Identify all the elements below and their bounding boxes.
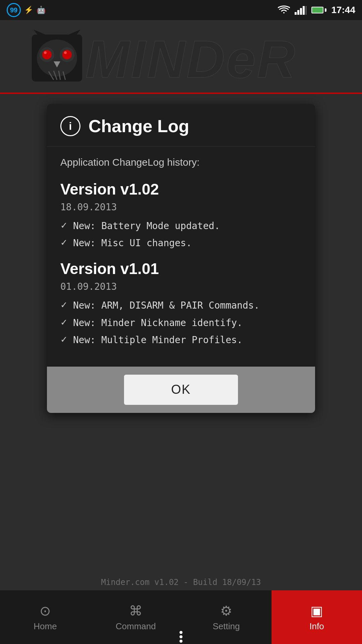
home-icon: ⊙ <box>40 603 51 619</box>
nav-label-info: Info <box>309 621 324 632</box>
status-bar: 99 ⚡ 🤖 17:44 <box>0 0 362 20</box>
changelog-dialog: i Change Log Application ChangeLog histo… <box>47 104 315 413</box>
checkmark-icon: ✓ <box>60 237 68 248</box>
changelog-entry-2-2: ✓ New: Multiple Minder Profiles. <box>60 333 302 346</box>
nav-dot-2 <box>180 635 183 638</box>
entry-text-2-2: New: Multiple Minder Profiles. <box>73 333 243 346</box>
notification-badge: 99 <box>7 3 21 17</box>
nav-label-command: Command <box>116 621 156 632</box>
status-time: 17:44 <box>331 5 355 15</box>
signal-icon <box>295 5 307 15</box>
changelog-entry-2-0: ✓ New: ARM, DISARM & PAIR Commands. <box>60 299 302 312</box>
nav-item-home[interactable]: ⊙ Home <box>0 590 90 644</box>
main-content: i Change Log Application ChangeLog histo… <box>0 94 362 590</box>
svg-rect-4 <box>305 6 307 15</box>
android-icon: 🤖 <box>37 6 46 14</box>
version-section-1: Version v1.02 18.09.2013 ✓ New: Battery … <box>60 180 302 250</box>
nav-item-info[interactable]: ▣ Info <box>272 590 362 644</box>
changelog-entry-2-1: ✓ New: Minder Nickname identify. <box>60 316 302 329</box>
changelog-intro: Application ChangeLog history: <box>60 157 302 168</box>
checkmark-icon: ✓ <box>60 317 68 328</box>
checkmark-icon: ✓ <box>60 300 68 310</box>
version-title-1: Version v1.02 <box>60 180 302 198</box>
entry-text-2-1: New: Minder Nickname identify. <box>73 316 243 329</box>
version-date-1: 18.09.2013 <box>60 202 302 213</box>
ok-button[interactable]: OK <box>124 375 238 405</box>
entry-text-2-0: New: ARM, DISARM & PAIR Commands. <box>73 299 259 312</box>
checkmark-icon: ✓ <box>60 334 68 345</box>
entry-text-1-0: New: Battery Mode updated. <box>73 219 220 232</box>
checkmark-icon: ✓ <box>60 220 68 231</box>
dialog-footer: OK <box>47 367 315 413</box>
version-title-2: Version v1.01 <box>60 260 302 278</box>
minder-logo-svg: MINDeR MINDeR <box>85 28 334 85</box>
app-logo-text: MINDeR MINDeR <box>85 28 334 85</box>
svg-text:MINDeR: MINDeR <box>85 30 297 85</box>
nav-item-command[interactable]: ⌘ Command <box>90 590 181 644</box>
usb-icon: ⚡ <box>24 6 33 14</box>
version-section-2: Version v1.01 01.09.2013 ✓ New: ARM, DIS… <box>60 260 302 346</box>
info-nav-icon: ▣ <box>310 603 323 619</box>
app-header: MINDeR MINDeR <box>0 20 362 94</box>
battery-icon <box>311 7 326 13</box>
dialog-build-text: Minder.com v1.02 - Build 18/09/13 <box>101 578 261 587</box>
setting-icon: ⚙ <box>220 603 232 619</box>
svg-point-11 <box>42 50 52 59</box>
dialog-overlay: i Change Log Application ChangeLog histo… <box>0 94 362 590</box>
wifi-icon <box>278 5 290 15</box>
dialog-body: Application ChangeLog history: Version v… <box>47 147 315 367</box>
nav-dot-1 <box>180 631 183 634</box>
dialog-title: Change Log <box>88 116 189 136</box>
nav-label-home: Home <box>34 621 57 632</box>
nav-label-setting: Setting <box>213 621 240 632</box>
svg-point-13 <box>44 51 47 54</box>
svg-rect-3 <box>303 6 305 15</box>
svg-rect-1 <box>297 10 299 15</box>
changelog-entry-1-0: ✓ New: Battery Mode updated. <box>60 219 302 232</box>
svg-rect-2 <box>300 8 302 15</box>
status-left-icons: 99 ⚡ 🤖 <box>7 3 46 17</box>
status-right-icons: 17:44 <box>278 5 355 15</box>
nav-dots <box>180 631 183 643</box>
nav-item-setting[interactable]: ⚙ Setting <box>181 590 272 644</box>
nav-dot-3 <box>180 640 183 643</box>
changelog-entry-1-1: ✓ New: Misc UI changes. <box>60 236 302 250</box>
command-icon: ⌘ <box>129 603 142 619</box>
version-date-2: 01.09.2013 <box>60 281 302 292</box>
svg-point-12 <box>62 50 72 59</box>
svg-rect-0 <box>295 12 297 15</box>
owl-logo-icon <box>28 28 85 85</box>
entry-text-1-1: New: Misc UI changes. <box>73 236 192 250</box>
svg-point-14 <box>64 51 67 54</box>
dialog-header: i Change Log <box>47 104 315 147</box>
dialog-info-icon: i <box>60 116 80 136</box>
